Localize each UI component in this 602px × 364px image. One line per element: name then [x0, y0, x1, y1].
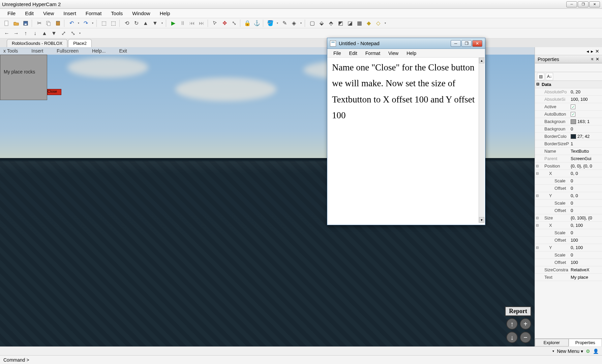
new-icon[interactable]: [3, 19, 11, 27]
command-bar[interactable]: Command >: [0, 355, 602, 364]
part-wedge-icon[interactable]: ◩: [336, 19, 344, 27]
prop-text[interactable]: TextMy place: [535, 274, 602, 281]
np-menu-help[interactable]: Help: [403, 50, 420, 57]
select-tool-icon[interactable]: [211, 19, 219, 27]
arrow-left-icon[interactable]: ←: [3, 29, 11, 37]
part-cylinder-icon[interactable]: ⬘: [327, 19, 335, 27]
redo-dropdown[interactable]: ▾: [91, 22, 94, 25]
vp-fullscreen[interactable]: Fullscreen: [57, 48, 79, 54]
tab-explorer[interactable]: Explorer: [535, 339, 569, 346]
redo-icon[interactable]: ↷: [82, 19, 90, 27]
fill-icon[interactable]: 🪣: [266, 19, 274, 27]
active-checkbox[interactable]: ✓: [571, 104, 575, 109]
maximize-button[interactable]: ❐: [578, 1, 589, 7]
menu-help[interactable]: Help: [156, 9, 174, 18]
arrow-down-icon[interactable]: ↓: [31, 29, 39, 37]
prop-sizeconstraint[interactable]: SizeConstraRelativeX: [535, 266, 602, 274]
step-fwd-icon[interactable]: ⏭: [198, 19, 206, 27]
fill-dropdown[interactable]: ▾: [276, 22, 279, 25]
autobutton-checkbox[interactable]: ✓: [571, 112, 575, 117]
report-button[interactable]: Report: [505, 306, 531, 316]
notepad-window[interactable]: Untitled - Notepad ─ ❐ ✕ File Edit Forma…: [327, 38, 485, 225]
prop-size-y-scale[interactable]: Scale0: [535, 251, 602, 259]
step-back-icon[interactable]: ⏮: [188, 19, 196, 27]
part-truss-icon[interactable]: ▦: [355, 19, 363, 27]
scroll-up-icon[interactable]: ▲: [479, 58, 484, 63]
menu-tools[interactable]: Tools: [107, 9, 127, 18]
alphabetical-icon[interactable]: A↓: [546, 73, 553, 80]
save-icon[interactable]: [22, 19, 30, 27]
scale-tool-icon[interactable]: ⤡: [230, 19, 238, 27]
part-block-icon[interactable]: ▢: [308, 19, 316, 27]
prop-absolutesize[interactable]: AbsoluteSi100, 100: [535, 96, 602, 103]
group-icon[interactable]: ⬚: [100, 19, 108, 27]
scroll-down-icon[interactable]: ▼: [479, 217, 484, 223]
cut-icon[interactable]: ✂: [35, 19, 43, 27]
np-menu-edit[interactable]: Edit: [346, 50, 361, 57]
pause-icon[interactable]: ⏸: [179, 19, 187, 27]
prop-position-y-offset[interactable]: Offset0: [535, 207, 602, 214]
prop-position-x-scale[interactable]: Scale0: [535, 177, 602, 185]
vp-exit[interactable]: Exit: [119, 48, 127, 54]
ungroup-icon[interactable]: ⬚: [109, 19, 117, 27]
material-icon[interactable]: ✎: [280, 19, 289, 27]
tilt-icon[interactable]: ↻: [132, 19, 140, 27]
zoom-in-icon[interactable]: ▲: [40, 29, 49, 37]
prop-group-data[interactable]: Data: [535, 81, 602, 88]
tab-properties[interactable]: Properties: [569, 339, 602, 346]
prop-backgroundcolor[interactable]: Backgroun163; 1: [535, 118, 602, 125]
move-down-icon[interactable]: ▼: [151, 19, 159, 27]
move-up-icon[interactable]: ▲: [142, 19, 150, 27]
gui-textbutton[interactable]: My place rocks: [0, 55, 47, 100]
notepad-scrollbar[interactable]: ▲ ▼: [479, 58, 484, 223]
gear-icon[interactable]: ⚙: [586, 348, 590, 354]
panel-nav-back-icon[interactable]: ◂: [586, 49, 589, 54]
part-corner-icon[interactable]: ◪: [346, 19, 354, 27]
menu-window[interactable]: Window: [128, 9, 154, 18]
prop-bordercolor[interactable]: BorderColo27; 42: [535, 133, 602, 140]
pin-icon[interactable]: ⤨: [591, 57, 594, 61]
prop-position-x-offset[interactable]: Offset0: [535, 185, 602, 192]
arrow-right-icon[interactable]: →: [12, 29, 20, 37]
tab-place2[interactable]: Place2: [68, 39, 92, 47]
part-sphere-icon[interactable]: ⬙: [318, 19, 326, 27]
open-icon[interactable]: [12, 19, 20, 27]
notepad-maximize-button[interactable]: ❐: [461, 40, 472, 47]
close-button[interactable]: ✕: [589, 1, 600, 7]
np-menu-format[interactable]: Format: [362, 50, 384, 57]
prop-backgroundtrans[interactable]: Backgroun0: [535, 125, 602, 133]
prop-name[interactable]: NameTextButto: [535, 148, 602, 155]
panel-nav-fwd-icon[interactable]: ▸: [591, 49, 593, 54]
play-icon[interactable]: ▶: [169, 19, 177, 27]
move-dropdown[interactable]: ▾: [160, 22, 164, 25]
prop-size-y-offset[interactable]: Offset100: [535, 259, 602, 266]
prop-size-x-offset[interactable]: Offset100: [535, 237, 602, 244]
new-menu-button[interactable]: New Menu ▾: [557, 348, 583, 354]
zoom-out-icon[interactable]: ▼: [50, 29, 58, 37]
collapse-icon[interactable]: ⤡: [69, 29, 77, 37]
menu-file[interactable]: File: [3, 9, 20, 18]
prop-bordersize[interactable]: BorderSizeP1: [535, 140, 602, 148]
undo-dropdown[interactable]: ▾: [77, 22, 80, 25]
prop-size-x-scale[interactable]: Scale0: [535, 229, 602, 237]
notepad-close-button[interactable]: ✕: [472, 40, 482, 47]
prop-size-x[interactable]: ⊟X0, 100: [535, 222, 602, 229]
user-icon[interactable]: 👤: [593, 348, 599, 354]
notepad-titlebar[interactable]: Untitled - Notepad ─ ❐ ✕: [327, 38, 485, 49]
rotate-icon[interactable]: ⟲: [123, 19, 131, 27]
copy-icon[interactable]: [44, 19, 53, 27]
np-menu-file[interactable]: File: [330, 50, 344, 57]
prop-position-y-scale[interactable]: Scale0: [535, 200, 602, 207]
prop-position[interactable]: ⊟Position{0, 0}, {0, 0: [535, 162, 602, 170]
gui-close-button[interactable]: Close: [47, 89, 61, 95]
camera-down-icon[interactable]: ↓: [506, 332, 518, 343]
prop-parent[interactable]: ParentScreenGui: [535, 155, 602, 162]
tab-robloxsounds[interactable]: RobloxSounds - ROBLOX: [7, 39, 67, 47]
menu-edit[interactable]: Edit: [21, 9, 38, 18]
camera-up-icon[interactable]: ↑: [506, 318, 518, 330]
prop-position-x[interactable]: ⊟X0, 0: [535, 170, 602, 177]
model-icon[interactable]: ◇: [374, 19, 382, 27]
panel-close-icon[interactable]: ✕: [596, 57, 599, 62]
lock-icon[interactable]: 🔒: [243, 19, 251, 27]
zoom-in-camera-icon[interactable]: +: [520, 318, 531, 330]
